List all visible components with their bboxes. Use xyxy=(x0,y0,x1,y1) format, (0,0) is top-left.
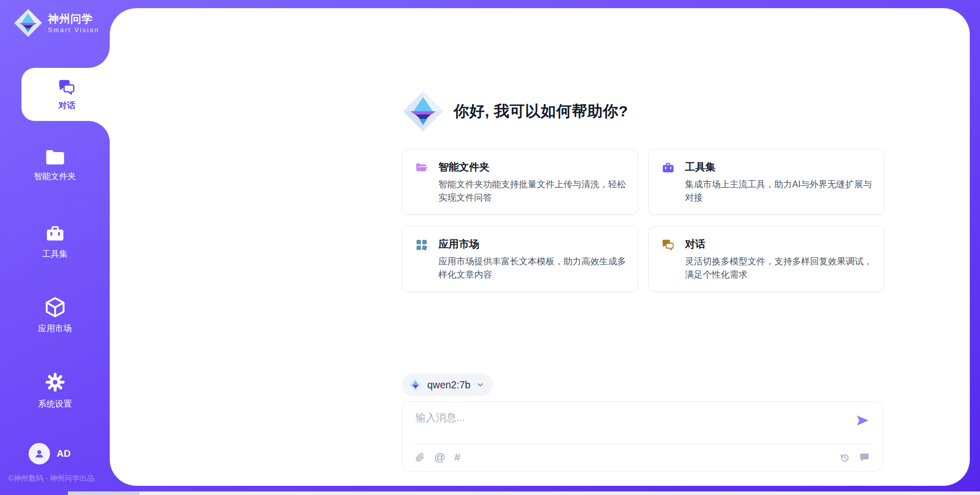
attach-button[interactable] xyxy=(414,452,425,463)
feedback-bubble-icon xyxy=(859,452,870,463)
sidebar-item-label: 对话 xyxy=(59,100,76,111)
user-chip[interactable]: AD xyxy=(29,443,70,464)
card-title: 应用市场 xyxy=(438,237,626,251)
feature-cards: 智能文件夹 智能文件夹功能支持批量文件上传与清洗，轻松实现文件问答 工具集 集成… xyxy=(402,149,885,292)
sidebar-item-label: 智能文件夹 xyxy=(34,171,76,182)
user-initials: AD xyxy=(57,448,70,459)
card-chat[interactable]: 对话 灵活切换多模型文件，支持多样回复效果调试，满足个性化需求 xyxy=(648,226,885,292)
card-description: 应用市场提供丰富长文本模板，助力高效生成多样化文章内容 xyxy=(438,255,626,282)
card-smart-folder[interactable]: 智能文件夹 智能文件夹功能支持批量文件上传与清洗，轻松实现文件问答 xyxy=(402,149,638,215)
sidebar-item-settings[interactable]: 系统设置 xyxy=(0,370,110,410)
greeting-title: 你好, 我可以如何帮助你? xyxy=(454,101,628,122)
card-title: 对话 xyxy=(685,237,873,251)
sidebar-item-label: 工具集 xyxy=(42,249,68,260)
sidebar-item-smart-folder[interactable]: 智能文件夹 xyxy=(0,149,110,182)
hashtag-button[interactable]: # xyxy=(454,452,460,463)
brand-gem-icon xyxy=(13,8,43,38)
history-icon xyxy=(839,452,850,463)
chevron-down-icon xyxy=(476,380,485,389)
main-panel: 你好, 我可以如何帮助你? 智能文件夹 智能文件夹功能支持批量文件上传与清洗，轻… xyxy=(110,8,970,486)
send-icon xyxy=(855,413,870,428)
send-button[interactable] xyxy=(854,412,871,429)
assistant-gem-icon xyxy=(402,90,445,133)
grid-icon xyxy=(415,238,428,252)
person-icon xyxy=(33,448,45,460)
tab-flare-bottom xyxy=(87,121,110,144)
gem-icon xyxy=(409,378,422,391)
brand: 神州问学 Smart Vision xyxy=(13,8,105,38)
sidebar-item-chat[interactable]: 对话 xyxy=(21,68,112,121)
greeting: 你好, 我可以如何帮助你? xyxy=(402,90,628,133)
chat-icon xyxy=(662,238,675,252)
brand-name: 神州问学 xyxy=(48,13,100,25)
card-title: 工具集 xyxy=(685,160,873,174)
horizontal-scrollbar-thumb[interactable] xyxy=(68,491,139,495)
toolbox-icon xyxy=(45,224,65,244)
card-toolset[interactable]: 工具集 集成市场上主流工具，助力AI与外界无缝扩展与对接 xyxy=(648,149,885,215)
history-button[interactable] xyxy=(839,452,850,463)
model-name: qwen2:7b xyxy=(427,379,471,391)
folder-icon xyxy=(45,149,65,166)
gear-icon xyxy=(43,370,67,394)
card-description: 智能文件夹功能支持批量文件上传与清洗，轻松实现文件问答 xyxy=(438,178,626,205)
feedback-button[interactable] xyxy=(859,452,870,463)
toolbox-icon xyxy=(662,161,675,175)
footer-credit: ©神州数码 · 神州问学出品 xyxy=(8,474,94,483)
card-description: 集成市场上主流工具，助力AI与外界无缝扩展与对接 xyxy=(685,178,873,205)
card-title: 智能文件夹 xyxy=(438,160,626,174)
message-input[interactable] xyxy=(414,410,845,441)
model-selector[interactable]: qwen2:7b xyxy=(402,374,493,396)
brand-subtitle: Smart Vision xyxy=(48,27,100,34)
horizontal-scrollbar-track xyxy=(68,491,980,495)
mention-button[interactable]: @ xyxy=(434,452,445,463)
avatar xyxy=(29,443,50,464)
folder-open-icon xyxy=(415,161,428,175)
composer: @ # xyxy=(402,401,883,472)
chat-icon xyxy=(58,78,76,96)
card-app-market[interactable]: 应用市场 应用市场提供丰富长文本模板，助力高效生成多样化文章内容 xyxy=(402,226,638,292)
tab-flare-top xyxy=(87,45,110,68)
composer-divider xyxy=(412,443,872,444)
paperclip-icon xyxy=(414,452,425,463)
sidebar-item-toolset[interactable]: 工具集 xyxy=(0,224,110,260)
card-description: 灵活切换多模型文件，支持多样回复效果调试，满足个性化需求 xyxy=(685,255,873,282)
sidebar-item-label: 系统设置 xyxy=(38,399,72,410)
sidebar-item-label: 应用市场 xyxy=(38,323,72,334)
cube-icon xyxy=(44,296,66,318)
sidebar-item-app-market[interactable]: 应用市场 xyxy=(0,296,110,334)
